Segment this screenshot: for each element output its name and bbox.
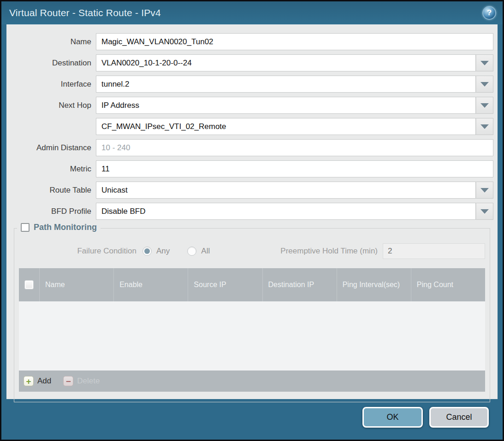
name-input[interactable] [96, 33, 493, 50]
name-label: Name [6, 37, 96, 47]
interface-label: Interface [6, 80, 96, 89]
bfd-profile-dropdown-button[interactable] [476, 203, 493, 220]
dialog-title: Virtual Router - Static Route - IPv4 [9, 7, 161, 18]
form-row-next-hop-address [6, 118, 493, 135]
preemptive-hold-time-group: Preemptive Hold Time (min) [280, 243, 485, 259]
path-monitoring-checkbox[interactable] [21, 223, 30, 232]
ok-button[interactable]: OK [362, 407, 423, 428]
preemptive-hold-time-label: Preemptive Hold Time (min) [280, 247, 383, 256]
chevron-down-icon [480, 103, 489, 108]
chevron-down-icon [480, 124, 489, 129]
dialog-footer: OK Cancel [1, 399, 503, 440]
bfd-profile-input[interactable] [96, 203, 476, 220]
path-monitoring-table: Name Enable Source IP Destination IP Pin… [19, 268, 485, 392]
dialog: Virtual Router - Static Route - IPv4 ? N… [1, 1, 503, 440]
admin-distance-input[interactable] [96, 139, 493, 156]
failure-condition-row: Failure Condition Any All Preemptive Hol… [14, 243, 490, 259]
chevron-down-icon [480, 61, 489, 65]
select-all-checkbox[interactable] [24, 280, 34, 289]
column-header-destination-ip: Destination IP [262, 268, 337, 301]
column-header-enable: Enable [113, 268, 188, 301]
delete-button-label: Delete [77, 376, 100, 386]
column-header-ping-count: Ping Count [411, 268, 485, 301]
failure-condition-any-label: Any [156, 247, 170, 256]
chevron-down-icon [480, 82, 489, 87]
path-monitoring-title: Path Monitoring [34, 223, 97, 232]
table-header-row: Name Enable Source IP Destination IP Pin… [19, 268, 485, 301]
route-table-label: Route Table [6, 186, 96, 195]
form-row-next-hop: Next Hop [6, 97, 493, 114]
form-row-name: Name [6, 33, 493, 50]
next-hop-address-dropdown-button[interactable] [476, 118, 493, 135]
form-row-destination: Destination [6, 54, 493, 71]
interface-input[interactable] [96, 76, 476, 93]
table-toolbar: + Add − Delete [19, 370, 485, 392]
chevron-down-icon [480, 209, 489, 214]
route-table-dropdown-button[interactable] [476, 182, 493, 199]
table-body-empty [19, 301, 485, 370]
cancel-button[interactable]: Cancel [429, 407, 489, 428]
metric-input[interactable] [96, 160, 493, 177]
column-header-name: Name [39, 268, 113, 301]
failure-condition-label: Failure Condition [14, 247, 142, 256]
form-row-interface: Interface [6, 76, 493, 93]
interface-dropdown-button[interactable] [476, 76, 493, 93]
dialog-titlebar: Virtual Router - Static Route - IPv4 ? [1, 1, 503, 24]
minus-icon: − [63, 376, 73, 386]
column-header-source-ip: Source IP [188, 268, 262, 301]
help-icon[interactable]: ? [482, 6, 496, 20]
column-header-ping-interval: Ping Interval(sec) [337, 268, 411, 301]
failure-condition-all-radio[interactable] [187, 247, 196, 256]
path-monitoring-legend: Path Monitoring [17, 223, 101, 232]
failure-condition-any-radio[interactable] [142, 247, 152, 256]
table-header-checkbox-cell [19, 268, 39, 301]
form-row-metric: Metric [6, 160, 493, 177]
dialog-content: Name Destination Interface Next Hop [6, 24, 498, 399]
add-button[interactable]: + Add [24, 376, 51, 386]
add-button-label: Add [37, 376, 51, 386]
form-row-route-table: Route Table [6, 182, 493, 199]
path-monitoring-section: Path Monitoring Failure Condition Any Al… [14, 228, 490, 402]
next-hop-type-input[interactable] [96, 97, 476, 114]
admin-distance-label: Admin Distance [6, 143, 96, 153]
destination-label: Destination [6, 59, 96, 68]
chevron-down-icon [480, 188, 489, 193]
form-row-bfd-profile: BFD Profile [6, 203, 493, 220]
next-hop-type-dropdown-button[interactable] [476, 97, 493, 114]
delete-button[interactable]: − Delete [63, 376, 100, 386]
plus-icon: + [24, 376, 34, 386]
preemptive-hold-time-input[interactable] [383, 243, 485, 259]
form-row-admin-distance: Admin Distance [6, 139, 493, 156]
destination-dropdown-button[interactable] [476, 54, 493, 71]
metric-label: Metric [6, 165, 96, 174]
destination-input[interactable] [96, 54, 476, 71]
failure-condition-all-label: All [201, 247, 210, 256]
route-table-input[interactable] [96, 182, 476, 199]
next-hop-address-input[interactable] [96, 118, 476, 135]
next-hop-label: Next Hop [6, 101, 96, 110]
bfd-profile-label: BFD Profile [6, 207, 96, 216]
